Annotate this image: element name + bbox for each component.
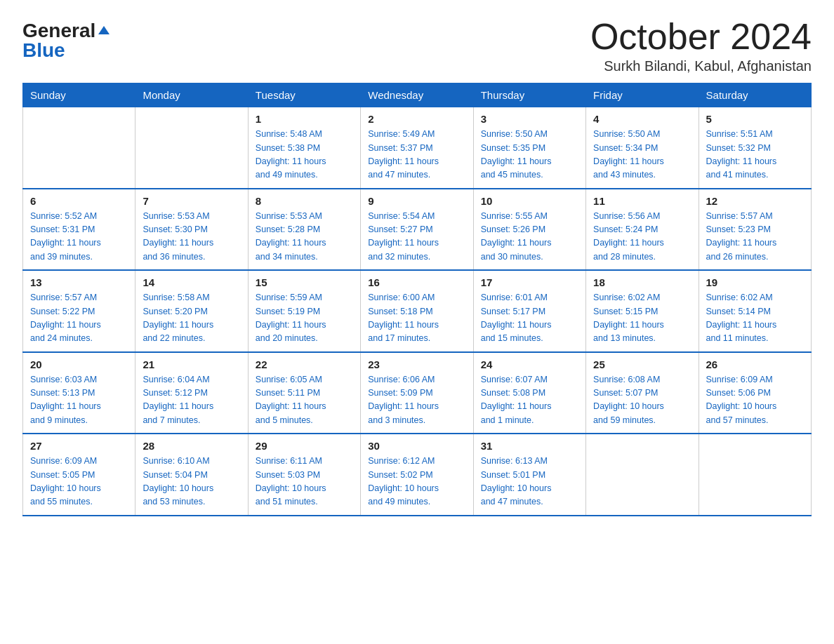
header-saturday: Saturday	[699, 83, 811, 107]
calendar-cell-w1d5: 3Sunrise: 5:50 AM Sunset: 5:35 PM Daylig…	[473, 107, 585, 189]
day-info: Sunrise: 5:48 AM Sunset: 5:38 PM Dayligh…	[256, 128, 353, 182]
header-friday: Friday	[586, 83, 699, 107]
calendar-cell-w3d4: 16Sunrise: 6:00 AM Sunset: 5:18 PM Dayli…	[361, 270, 473, 352]
calendar-cell-w1d1	[23, 107, 135, 189]
calendar-table: SundayMondayTuesdayWednesdayThursdayFrid…	[22, 83, 812, 516]
logo: General Blue	[22, 17, 110, 62]
logo-triangle-icon	[98, 25, 110, 39]
day-info: Sunrise: 6:07 AM Sunset: 5:08 PM Dayligh…	[481, 373, 578, 428]
header-thursday: Thursday	[473, 83, 585, 107]
calendar-cell-w1d3: 1Sunrise: 5:48 AM Sunset: 5:38 PM Daylig…	[248, 107, 360, 189]
calendar-week-3: 13Sunrise: 5:57 AM Sunset: 5:22 PM Dayli…	[23, 270, 812, 352]
calendar-cell-w5d1: 27Sunrise: 6:09 AM Sunset: 5:05 PM Dayli…	[23, 434, 135, 516]
calendar-cell-w4d7: 26Sunrise: 6:09 AM Sunset: 5:06 PM Dayli…	[699, 352, 811, 434]
page-title: October 2024	[590, 17, 812, 57]
day-info: Sunrise: 6:03 AM Sunset: 5:13 PM Dayligh…	[30, 373, 128, 428]
day-info: Sunrise: 5:57 AM Sunset: 5:23 PM Dayligh…	[706, 210, 804, 264]
calendar-cell-w4d4: 23Sunrise: 6:06 AM Sunset: 5:09 PM Dayli…	[361, 352, 473, 434]
day-number: 17	[481, 276, 578, 288]
logo-blue-text: Blue	[22, 39, 65, 62]
day-number: 26	[706, 358, 804, 370]
svg-marker-0	[98, 26, 110, 34]
day-info: Sunrise: 6:01 AM Sunset: 5:17 PM Dayligh…	[481, 291, 578, 346]
day-number: 1	[256, 113, 353, 125]
calendar-cell-w2d2: 7Sunrise: 5:53 AM Sunset: 5:30 PM Daylig…	[135, 189, 248, 271]
day-number: 21	[143, 358, 240, 370]
header-sunday: Sunday	[23, 83, 135, 107]
day-info: Sunrise: 6:09 AM Sunset: 5:05 PM Dayligh…	[30, 455, 128, 509]
calendar-cell-w2d3: 8Sunrise: 5:53 AM Sunset: 5:28 PM Daylig…	[248, 189, 360, 271]
day-number: 9	[368, 195, 465, 207]
calendar-cell-w4d6: 25Sunrise: 6:08 AM Sunset: 5:07 PM Dayli…	[586, 352, 699, 434]
day-number: 29	[256, 440, 353, 452]
day-number: 11	[593, 195, 691, 207]
calendar-cell-w2d5: 10Sunrise: 5:55 AM Sunset: 5:26 PM Dayli…	[473, 189, 585, 271]
day-number: 18	[593, 276, 691, 288]
day-info: Sunrise: 5:54 AM Sunset: 5:27 PM Dayligh…	[368, 210, 465, 264]
day-number: 10	[481, 195, 578, 207]
day-info: Sunrise: 5:53 AM Sunset: 5:30 PM Dayligh…	[143, 210, 240, 264]
header-monday: Monday	[135, 83, 248, 107]
day-info: Sunrise: 5:52 AM Sunset: 5:31 PM Dayligh…	[30, 210, 128, 264]
calendar-cell-w5d2: 28Sunrise: 6:10 AM Sunset: 5:04 PM Dayli…	[135, 434, 248, 516]
day-number: 8	[256, 195, 353, 207]
day-number: 23	[368, 358, 465, 370]
page-header: General Blue October 2024 Surkh Bilandi,…	[22, 17, 812, 74]
day-info: Sunrise: 6:13 AM Sunset: 5:01 PM Dayligh…	[481, 455, 578, 509]
calendar-cell-w5d7	[699, 434, 811, 516]
calendar-cell-w2d7: 12Sunrise: 5:57 AM Sunset: 5:23 PM Dayli…	[699, 189, 811, 271]
calendar-cell-w4d2: 21Sunrise: 6:04 AM Sunset: 5:12 PM Dayli…	[135, 352, 248, 434]
day-info: Sunrise: 5:49 AM Sunset: 5:37 PM Dayligh…	[368, 128, 465, 182]
calendar-cell-w3d2: 14Sunrise: 5:58 AM Sunset: 5:20 PM Dayli…	[135, 270, 248, 352]
calendar-cell-w5d5: 31Sunrise: 6:13 AM Sunset: 5:01 PM Dayli…	[473, 434, 585, 516]
calendar-cell-w1d2	[135, 107, 248, 189]
day-info: Sunrise: 6:05 AM Sunset: 5:11 PM Dayligh…	[256, 373, 353, 428]
calendar-header-row: SundayMondayTuesdayWednesdayThursdayFrid…	[23, 83, 812, 107]
day-number: 31	[481, 440, 578, 452]
day-info: Sunrise: 5:50 AM Sunset: 5:34 PM Dayligh…	[593, 128, 691, 182]
header-tuesday: Tuesday	[248, 83, 360, 107]
day-info: Sunrise: 6:08 AM Sunset: 5:07 PM Dayligh…	[593, 373, 691, 428]
day-info: Sunrise: 6:10 AM Sunset: 5:04 PM Dayligh…	[143, 455, 240, 509]
calendar-week-1: 1Sunrise: 5:48 AM Sunset: 5:38 PM Daylig…	[23, 107, 812, 189]
day-number: 16	[368, 276, 465, 288]
day-info: Sunrise: 5:58 AM Sunset: 5:20 PM Dayligh…	[143, 291, 240, 346]
day-info: Sunrise: 6:11 AM Sunset: 5:03 PM Dayligh…	[256, 455, 353, 509]
day-number: 14	[143, 276, 240, 288]
header-wednesday: Wednesday	[361, 83, 473, 107]
day-number: 19	[706, 276, 804, 288]
calendar-cell-w2d1: 6Sunrise: 5:52 AM Sunset: 5:31 PM Daylig…	[23, 189, 135, 271]
subtitle: Surkh Bilandi, Kabul, Afghanistan	[590, 58, 812, 74]
day-number: 4	[593, 113, 691, 125]
day-number: 28	[143, 440, 240, 452]
calendar-cell-w1d6: 4Sunrise: 5:50 AM Sunset: 5:34 PM Daylig…	[586, 107, 699, 189]
day-number: 30	[368, 440, 465, 452]
calendar-cell-w3d3: 15Sunrise: 5:59 AM Sunset: 5:19 PM Dayli…	[248, 270, 360, 352]
day-info: Sunrise: 6:09 AM Sunset: 5:06 PM Dayligh…	[706, 373, 804, 428]
calendar-cell-w3d5: 17Sunrise: 6:01 AM Sunset: 5:17 PM Dayli…	[473, 270, 585, 352]
calendar-cell-w3d1: 13Sunrise: 5:57 AM Sunset: 5:22 PM Dayli…	[23, 270, 135, 352]
calendar-cell-w4d5: 24Sunrise: 6:07 AM Sunset: 5:08 PM Dayli…	[473, 352, 585, 434]
day-number: 3	[481, 113, 578, 125]
day-info: Sunrise: 5:51 AM Sunset: 5:32 PM Dayligh…	[706, 128, 804, 182]
calendar-cell-w3d6: 18Sunrise: 6:02 AM Sunset: 5:15 PM Dayli…	[586, 270, 699, 352]
day-info: Sunrise: 5:57 AM Sunset: 5:22 PM Dayligh…	[30, 291, 128, 346]
day-number: 27	[30, 440, 128, 452]
day-number: 22	[256, 358, 353, 370]
day-number: 5	[706, 113, 804, 125]
calendar-cell-w5d6	[586, 434, 699, 516]
day-number: 13	[30, 276, 128, 288]
calendar-cell-w4d3: 22Sunrise: 6:05 AM Sunset: 5:11 PM Dayli…	[248, 352, 360, 434]
day-info: Sunrise: 6:04 AM Sunset: 5:12 PM Dayligh…	[143, 373, 240, 428]
day-number: 20	[30, 358, 128, 370]
day-info: Sunrise: 6:00 AM Sunset: 5:18 PM Dayligh…	[368, 291, 465, 346]
calendar-cell-w5d3: 29Sunrise: 6:11 AM Sunset: 5:03 PM Dayli…	[248, 434, 360, 516]
calendar-cell-w3d7: 19Sunrise: 6:02 AM Sunset: 5:14 PM Dayli…	[699, 270, 811, 352]
calendar-cell-w5d4: 30Sunrise: 6:12 AM Sunset: 5:02 PM Dayli…	[361, 434, 473, 516]
calendar-week-4: 20Sunrise: 6:03 AM Sunset: 5:13 PM Dayli…	[23, 352, 812, 434]
day-info: Sunrise: 6:02 AM Sunset: 5:14 PM Dayligh…	[706, 291, 804, 346]
day-number: 12	[706, 195, 804, 207]
day-number: 6	[30, 195, 128, 207]
calendar-week-5: 27Sunrise: 6:09 AM Sunset: 5:05 PM Dayli…	[23, 434, 812, 516]
day-number: 7	[143, 195, 240, 207]
